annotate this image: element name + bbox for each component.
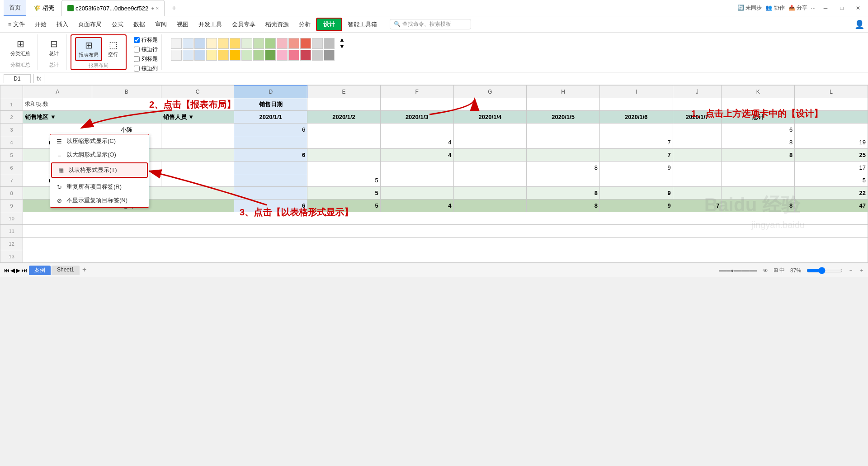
cell-5e[interactable] xyxy=(307,149,381,162)
more-btn[interactable]: ··· xyxy=(811,5,816,11)
sum-header[interactable]: 求和项:数 xyxy=(23,98,234,111)
swatch[interactable] xyxy=(265,38,276,49)
dropdown-compressed[interactable]: ☰ 以压缩形式显示(C) xyxy=(50,134,149,148)
date-col-5[interactable]: 2020/1/5 xyxy=(527,111,600,124)
swatch[interactable] xyxy=(300,50,311,61)
scroll-up[interactable]: ▲ xyxy=(339,36,345,43)
region-header[interactable]: 销售地区 ▼ xyxy=(23,111,161,124)
checkbox-banded-row[interactable]: 列标题 xyxy=(134,55,158,63)
date-col-7[interactable]: 2020/1/7 xyxy=(673,111,722,124)
swatch[interactable] xyxy=(241,50,252,61)
cell-4h[interactable] xyxy=(527,136,600,149)
col-header-a[interactable]: A xyxy=(23,86,92,98)
cell-6h[interactable]: 8 xyxy=(527,162,600,174)
menu-formula[interactable]: 公式 xyxy=(107,19,128,30)
cell-7g[interactable] xyxy=(453,174,527,187)
blank-rows-btn[interactable]: ⬚ 空行 xyxy=(104,37,122,61)
cell-3h[interactable] xyxy=(527,124,600,136)
cell-7i[interactable] xyxy=(599,174,673,187)
unsync-btn[interactable]: 🔄 未同步 xyxy=(737,4,762,12)
nav-next[interactable]: ▶ xyxy=(16,267,20,274)
swatch[interactable] xyxy=(324,50,335,61)
share-btn[interactable]: 📤 分享 xyxy=(788,4,807,12)
swatch[interactable] xyxy=(218,50,229,61)
cell-6j[interactable] xyxy=(673,162,722,174)
report-layout-btn[interactable]: ⊞ 报表布局 xyxy=(75,37,102,61)
cell-8d[interactable] xyxy=(234,187,307,200)
cell-8g[interactable] xyxy=(453,187,527,200)
cell-9d[interactable]: 6 xyxy=(234,200,307,212)
menu-member[interactable]: 会员专享 xyxy=(227,19,260,30)
swatch[interactable] xyxy=(253,38,264,49)
cell-1g[interactable] xyxy=(453,98,527,111)
cell-7k[interactable] xyxy=(722,174,795,187)
swatch[interactable] xyxy=(230,38,241,49)
col-header-d[interactable]: D xyxy=(234,86,307,98)
swatch[interactable] xyxy=(300,38,311,49)
new-tab-btn[interactable]: + xyxy=(166,0,181,16)
swatch[interactable] xyxy=(206,38,217,49)
col-header-k[interactable]: K xyxy=(722,86,795,98)
swatch[interactable] xyxy=(218,38,229,49)
cell-6f[interactable] xyxy=(380,162,453,174)
close-btn[interactable]: ✕ xyxy=(852,2,864,14)
cell-4g[interactable] xyxy=(453,136,527,149)
swatch[interactable] xyxy=(312,50,323,61)
cell-4i[interactable]: 7 xyxy=(599,136,673,149)
checkbox-col-header[interactable]: 镶边行 xyxy=(134,46,158,53)
cell-6c[interactable] xyxy=(161,162,234,174)
minimize-btn[interactable]: ─ xyxy=(819,2,832,14)
swatch[interactable] xyxy=(312,38,323,49)
col-header-b[interactable]: B xyxy=(92,86,161,98)
cell-1i[interactable] xyxy=(599,98,673,111)
zoom-slider[interactable] xyxy=(807,267,843,274)
dropdown-repeat[interactable]: ↻ 重复所有项目标签(R) xyxy=(50,180,149,194)
col-header-l[interactable]: L xyxy=(795,86,868,98)
cell-7d[interactable] xyxy=(234,174,307,187)
cell-8e[interactable]: 5 xyxy=(307,187,381,200)
view-normal[interactable]: 👁 xyxy=(763,267,768,274)
date-col-6[interactable]: 2020/1/6 xyxy=(599,111,673,124)
cell-3c[interactable] xyxy=(161,124,234,136)
swatch[interactable] xyxy=(194,38,205,49)
cell-7l[interactable]: 5 xyxy=(795,174,868,187)
search-bar[interactable]: 🔍 查找命令、搜索模板 xyxy=(390,19,471,29)
menu-tools[interactable]: 智能工具箱 xyxy=(343,19,382,30)
nav-last[interactable]: ⏭ xyxy=(21,267,27,274)
date-col-3[interactable]: 2020/1/3 xyxy=(380,111,453,124)
cell-3l[interactable] xyxy=(795,124,868,136)
salesperson-header[interactable]: 销售人员 ▼ xyxy=(161,111,234,124)
cell-1j[interactable] xyxy=(673,98,722,111)
cell-2l[interactable] xyxy=(795,111,868,124)
swatch[interactable] xyxy=(230,50,241,61)
menu-layout[interactable]: 页面布局 xyxy=(74,19,106,30)
swatch[interactable] xyxy=(324,38,335,49)
view-mode[interactable]: ⊞ 中 xyxy=(774,266,785,274)
cell-1e[interactable] xyxy=(307,98,381,111)
cell-5h[interactable] xyxy=(527,149,600,162)
cell-4f[interactable]: 4 xyxy=(380,136,453,149)
sales-date-header[interactable]: 销售日期 xyxy=(234,98,307,111)
cell-9j[interactable]: 7 xyxy=(673,200,722,212)
cell-5g[interactable] xyxy=(453,149,527,162)
menu-home[interactable]: 开始 xyxy=(30,19,51,30)
cell-9e[interactable]: 5 xyxy=(307,200,381,212)
cell-1h[interactable] xyxy=(527,98,600,111)
cell-9i[interactable]: 9 xyxy=(599,200,673,212)
total-col-header[interactable]: 总计 xyxy=(722,111,795,124)
col-header-e[interactable]: E xyxy=(307,86,381,98)
swatch[interactable] xyxy=(253,50,264,61)
add-sheet-btn[interactable]: + xyxy=(82,266,86,275)
cell-7e[interactable]: 5 xyxy=(307,174,381,187)
swatch[interactable] xyxy=(288,38,299,49)
cell-5l[interactable]: 25 xyxy=(795,149,868,162)
home-tab[interactable]: 首页 xyxy=(4,0,26,16)
nav-first[interactable]: ⏮ xyxy=(4,267,9,274)
cell-4d[interactable] xyxy=(234,136,307,149)
cell-6k[interactable] xyxy=(722,162,795,174)
col-header-f[interactable]: F xyxy=(380,86,453,98)
col-header-j[interactable]: J xyxy=(673,86,722,98)
cell-4j[interactable] xyxy=(673,136,722,149)
cell-3e[interactable] xyxy=(307,124,381,136)
user-avatar[interactable]: 👤 xyxy=(854,19,864,29)
